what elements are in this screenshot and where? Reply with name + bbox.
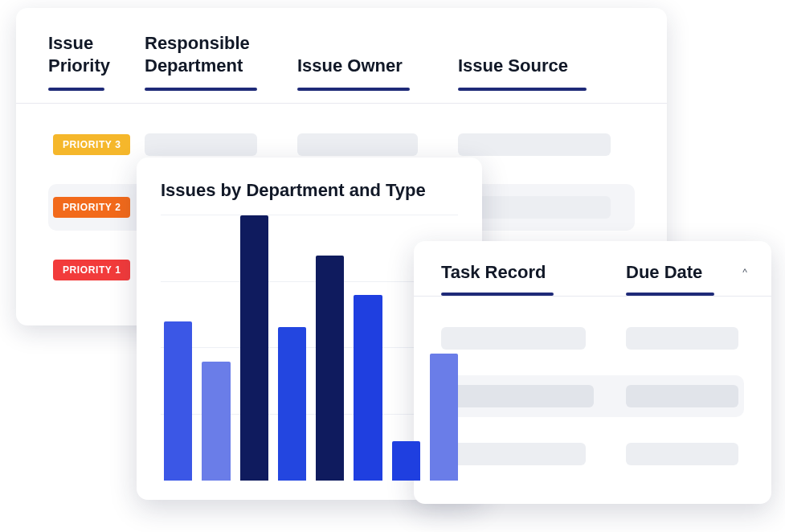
priority-badge: PRIORITY 1: [53, 260, 130, 280]
column-header-department[interactable]: Responsible Department: [145, 32, 297, 88]
placeholder: [145, 133, 257, 156]
sort-ascending-icon[interactable]: ^: [742, 267, 747, 278]
chart-bar[interactable]: [278, 327, 306, 481]
cell-task-record: [441, 443, 626, 465]
cell-department: [145, 133, 297, 156]
chart-bar[interactable]: [240, 215, 268, 481]
chart-bar[interactable]: [392, 441, 420, 481]
cell-task-record: [441, 385, 626, 407]
column-underline: [626, 293, 714, 296]
placeholder: [626, 385, 738, 407]
header-divider: [414, 296, 771, 297]
cell-owner: [297, 133, 458, 156]
cell-due-date: [626, 385, 744, 407]
column-underline: [48, 88, 104, 91]
cell-due-date: [626, 327, 744, 350]
task-table-header: Task Record Due Date ^: [441, 262, 744, 296]
cell-due-date: [626, 443, 744, 465]
placeholder: [297, 133, 418, 156]
chart-bar[interactable]: [354, 295, 382, 481]
header-divider: [16, 103, 667, 104]
priority-badge: PRIORITY 3: [53, 134, 130, 155]
placeholder: [626, 443, 738, 465]
column-header-owner[interactable]: Issue Owner: [297, 55, 458, 88]
priority-badge: PRIORITY 2: [53, 197, 130, 218]
chart-bar[interactable]: [316, 256, 344, 481]
column-underline: [441, 293, 554, 296]
column-underline: [458, 88, 587, 91]
chart-gridline: [161, 215, 458, 215]
placeholder: [441, 443, 586, 465]
column-header-source[interactable]: Issue Source: [458, 55, 635, 88]
cell-priority: PRIORITY 1: [48, 260, 145, 280]
table-row[interactable]: [441, 433, 744, 475]
placeholder: [626, 327, 738, 350]
chart-bar[interactable]: [164, 321, 192, 481]
column-header-due-date[interactable]: Due Date: [626, 262, 744, 293]
cell-source: [458, 133, 635, 156]
issues-table-header: Issue Priority Responsible Department Is…: [48, 32, 635, 91]
column-header-priority[interactable]: Issue Priority: [48, 32, 145, 88]
cell-priority: PRIORITY 3: [48, 134, 145, 155]
cell-source: [458, 196, 635, 219]
placeholder: [441, 327, 586, 350]
chart-title: Issues by Department and Type: [161, 180, 458, 201]
chart-bar[interactable]: [430, 354, 458, 481]
chart-bar[interactable]: [202, 362, 230, 481]
task-record-card: Task Record Due Date ^: [414, 241, 771, 504]
column-header-task-record[interactable]: Task Record: [441, 262, 626, 293]
column-underline: [145, 88, 257, 91]
cell-task-record: [441, 327, 626, 350]
table-row[interactable]: [441, 375, 744, 417]
task-table-body: [441, 317, 744, 475]
column-underline: [297, 88, 410, 91]
cell-priority: PRIORITY 2: [48, 197, 145, 218]
placeholder: [449, 385, 594, 407]
table-row[interactable]: [441, 317, 744, 359]
placeholder: [458, 133, 611, 156]
